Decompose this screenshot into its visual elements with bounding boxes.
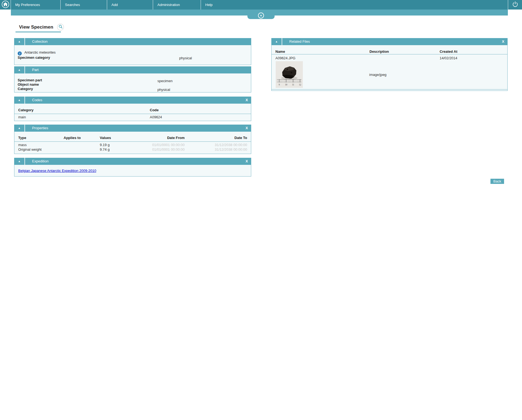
table-cell: 01/01/0001 00:00:00: [152, 143, 185, 147]
file-created-at: 14/02/2014: [440, 56, 457, 60]
panel-collection: ▲ Collection i Antarctic meteorites Spec…: [14, 38, 251, 65]
file-description: image/jpeg: [369, 73, 387, 77]
field-label: Specimen part: [18, 78, 42, 82]
column-header: Name: [275, 50, 285, 54]
field-label: Specimen category: [18, 55, 50, 60]
nav-item-help[interactable]: Help: [201, 0, 508, 10]
table-cell: 31/12/2038 00:00:00: [215, 147, 247, 152]
field-value: specimen: [157, 79, 173, 83]
collapse-icon: ▲: [18, 69, 21, 71]
collection-name: Antarctic meteorites: [24, 50, 56, 54]
column-header: Date To: [234, 136, 247, 140]
page-title: View Specimen: [15, 24, 61, 32]
nav-item-my-preferences[interactable]: My Preferences: [11, 0, 61, 10]
file-name: A09624.JPG: [275, 56, 296, 60]
column-header: Created At: [440, 50, 457, 54]
field-label: Category: [18, 87, 33, 91]
panel-properties: ▲ Properties X Type Applies to Values Da…: [14, 125, 251, 154]
table-cell: 9.19 g: [100, 143, 110, 147]
svg-text:12: 12: [299, 84, 301, 86]
column-header: Description: [369, 50, 389, 54]
collapse-icon: ▲: [275, 40, 278, 43]
nav-item-searches[interactable]: Searches: [61, 0, 107, 10]
panel-part: ▲ Part Specimen part specimen Object nam…: [14, 66, 251, 92]
column-header: Category: [18, 108, 33, 112]
chevron-down-icon: ▼: [258, 13, 264, 18]
field-value: physical: [157, 88, 170, 92]
panel-title: Codes: [25, 97, 42, 104]
properties-close-button[interactable]: X: [246, 125, 251, 132]
panel-title: Expedition: [25, 158, 49, 165]
svg-text:10: 10: [285, 84, 287, 86]
collapse-icon: ▲: [18, 160, 21, 163]
properties-collapse-button[interactable]: ▲: [14, 125, 25, 132]
table-cell: main: [18, 115, 26, 119]
nav-item-add[interactable]: Add: [107, 0, 153, 10]
panel-codes: ▲ Codes X Category Code main A09624: [14, 97, 251, 121]
expedition-link[interactable]: Belgian Japanese Antarctic Expedition 20…: [18, 169, 96, 173]
home-icon: [1, 0, 10, 9]
collection-info-row: i Antarctic meteorites: [18, 50, 56, 55]
related-files-close-button[interactable]: X: [502, 38, 508, 45]
column-header: Values: [100, 136, 111, 140]
column-header: Type: [18, 136, 26, 140]
top-navbar: My Preferences Searches Add Administrati…: [0, 0, 522, 10]
back-button[interactable]: Back: [490, 179, 504, 184]
collapse-icon: ▲: [18, 127, 21, 129]
power-icon: [512, 1, 519, 9]
collapse-icon: ▲: [18, 40, 21, 43]
panel-title: Part: [25, 66, 39, 73]
table-cell: 9.74 g: [100, 147, 110, 152]
table-cell: Original weight: [18, 147, 42, 152]
panel-related-files: ▲ Related Files X Name Description Creat…: [271, 38, 508, 91]
codes-close-button[interactable]: X: [246, 97, 251, 104]
collapse-icon: ▲: [18, 99, 21, 101]
panel-expedition: ▲ Expedition X Belgian Japanese Antarcti…: [14, 158, 251, 177]
svg-text:9: 9: [279, 84, 280, 86]
table-cell: mass: [18, 143, 27, 147]
nav-item-administration[interactable]: Administration: [153, 0, 201, 10]
column-header: Applies to: [64, 136, 81, 140]
panel-title: Related Files: [282, 38, 310, 45]
info-icon[interactable]: i: [18, 51, 22, 55]
panel-title: Collection: [25, 38, 48, 45]
table-cell: A09624: [150, 115, 162, 119]
logout-button[interactable]: [508, 0, 522, 10]
column-header: Code: [150, 108, 159, 112]
field-label: Object name: [18, 82, 39, 87]
nav-expand-tab[interactable]: ▼: [247, 10, 275, 19]
table-cell: 01/01/0001 00:00:00: [152, 147, 185, 152]
field-value: physical: [179, 56, 192, 60]
related-files-collapse-button[interactable]: ▲: [271, 38, 282, 45]
column-header: Date From: [167, 136, 185, 140]
part-collapse-button[interactable]: ▲: [14, 66, 25, 73]
collection-collapse-button[interactable]: ▲: [14, 38, 25, 45]
svg-text:11: 11: [292, 84, 294, 86]
expedition-collapse-button[interactable]: ▲: [14, 158, 25, 165]
file-thumbnail[interactable]: 9 10 11 12: [276, 61, 303, 88]
codes-collapse-button[interactable]: ▲: [14, 97, 25, 104]
search-icon: [58, 24, 63, 30]
table-cell: 31/12/2038 00:00:00: [215, 143, 247, 147]
quick-search-button[interactable]: [57, 24, 64, 30]
panel-title: Properties: [25, 125, 48, 132]
home-button[interactable]: [0, 0, 11, 10]
expedition-close-button[interactable]: X: [246, 158, 251, 165]
